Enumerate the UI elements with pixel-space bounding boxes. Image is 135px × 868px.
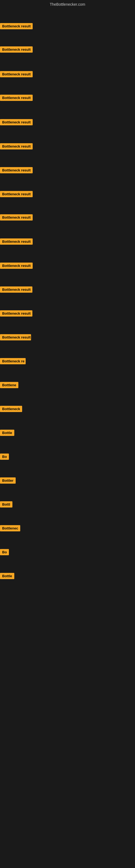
bottleneck-result-item[interactable]: Bottl [0, 501, 12, 507]
bottleneck-result-item[interactable]: Bottle [0, 430, 14, 436]
bottleneck-result-item[interactable]: Bottleneck result [0, 119, 33, 125]
bottleneck-result-item[interactable]: Bottleneck result [0, 286, 32, 293]
bottleneck-result-item[interactable]: Bottleneck result [0, 95, 33, 101]
bottleneck-result-item[interactable]: Bottle [0, 573, 14, 579]
bottleneck-result-item[interactable]: Bottleneck result [0, 239, 33, 245]
bottleneck-result-item[interactable]: Bottler [0, 477, 16, 484]
bottleneck-result-item[interactable]: Bottleneck result [0, 310, 32, 316]
bottleneck-result-item[interactable]: Bottleneck result [0, 46, 33, 53]
bottleneck-result-item[interactable]: Bottleneck result [0, 71, 33, 77]
bottleneck-result-item[interactable]: Bottlene [0, 382, 18, 388]
bottleneck-result-item[interactable]: Bottleneck result [0, 167, 33, 173]
site-title: TheBottlenecker.com [0, 0, 135, 8]
bottleneck-result-item[interactable]: Bottleneck result [0, 23, 33, 29]
bottleneck-result-item[interactable]: Bottleneck [0, 406, 22, 412]
bottleneck-result-item[interactable]: Bottleneck result [0, 262, 33, 269]
bottleneck-result-item[interactable]: Bottleneck result [0, 191, 33, 197]
bottleneck-result-item[interactable]: Bottleneck re [0, 358, 26, 364]
bottleneck-result-item[interactable]: Bottlenec [0, 525, 20, 531]
bottleneck-result-item[interactable]: Bo [0, 549, 9, 555]
bottleneck-result-item[interactable]: Bo [0, 454, 9, 460]
bottleneck-result-item[interactable]: Bottleneck result [0, 143, 33, 150]
bottleneck-result-item[interactable]: Bottleneck result [0, 334, 31, 340]
bottleneck-result-item[interactable]: Bottleneck result [0, 214, 33, 220]
